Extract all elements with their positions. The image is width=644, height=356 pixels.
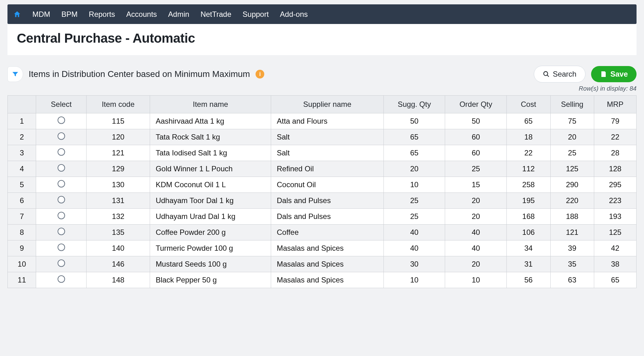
nav-item-admin[interactable]: Admin bbox=[162, 10, 195, 19]
order-qty[interactable]: 20 bbox=[445, 256, 507, 272]
item-code: 131 bbox=[87, 193, 150, 209]
mrp: 28 bbox=[594, 145, 636, 161]
sugg-qty: 65 bbox=[383, 129, 445, 145]
table-row: 10146Mustard Seeds 100 gMasalas and Spic… bbox=[8, 256, 637, 272]
order-qty[interactable]: 15 bbox=[445, 177, 507, 193]
sugg-qty: 10 bbox=[383, 272, 445, 288]
table-row: 8135Coffee Powder 200 gCoffee40401061211… bbox=[8, 225, 637, 240]
search-button[interactable]: Search bbox=[534, 66, 585, 83]
filter-button[interactable] bbox=[7, 66, 23, 82]
item-code: 129 bbox=[87, 161, 150, 177]
mrp: 65 bbox=[594, 272, 636, 288]
order-qty[interactable]: 25 bbox=[445, 161, 507, 177]
nav-item-support[interactable]: Support bbox=[237, 10, 274, 19]
selling: 35 bbox=[550, 256, 594, 272]
row-select-cell bbox=[36, 272, 87, 288]
nav-item-bpm[interactable]: BPM bbox=[56, 10, 83, 19]
order-qty[interactable]: 40 bbox=[445, 225, 507, 240]
order-qty[interactable]: 20 bbox=[445, 209, 507, 225]
row-select-radio[interactable] bbox=[58, 275, 65, 283]
table-header-row: SelectItem codeItem nameSupplier nameSug… bbox=[8, 96, 637, 113]
mrp: 125 bbox=[594, 225, 636, 240]
col-header[interactable]: Item code bbox=[87, 96, 150, 113]
row-index: 9 bbox=[8, 240, 36, 256]
nav-item-reports[interactable]: Reports bbox=[83, 10, 120, 19]
item-name: KDM Coconut Oil 1 L bbox=[150, 177, 271, 193]
col-header[interactable]: Item name bbox=[150, 96, 271, 113]
row-select-cell bbox=[36, 129, 87, 145]
order-qty[interactable]: 40 bbox=[445, 240, 507, 256]
home-icon[interactable] bbox=[13, 10, 21, 18]
row-select-radio[interactable] bbox=[58, 244, 65, 251]
order-qty[interactable]: 60 bbox=[445, 129, 507, 145]
col-header[interactable]: Order Qty bbox=[445, 96, 507, 113]
col-header[interactable]: Select bbox=[36, 96, 87, 113]
nav-item-nettrade[interactable]: NetTrade bbox=[195, 10, 237, 19]
cost: 195 bbox=[507, 193, 550, 209]
row-select-radio[interactable] bbox=[58, 196, 65, 203]
search-icon bbox=[543, 71, 550, 78]
row-index: 7 bbox=[8, 209, 36, 225]
sugg-qty: 65 bbox=[383, 145, 445, 161]
nav-item-add-ons[interactable]: Add-ons bbox=[274, 10, 313, 19]
row-select-radio[interactable] bbox=[58, 259, 65, 267]
item-name: Black Pepper 50 g bbox=[150, 272, 271, 288]
item-code: 115 bbox=[87, 113, 150, 129]
cost: 18 bbox=[507, 129, 550, 145]
selling: 188 bbox=[550, 209, 594, 225]
svg-point-0 bbox=[544, 72, 548, 76]
cost: 106 bbox=[507, 225, 550, 240]
info-icon[interactable]: i bbox=[256, 70, 264, 78]
selling: 20 bbox=[550, 129, 594, 145]
row-select-cell bbox=[36, 113, 87, 129]
save-button[interactable]: Save bbox=[591, 66, 637, 82]
table-row: 7132Udhayam Urad Dal 1 kgDals and Pulses… bbox=[8, 209, 637, 225]
selling: 63 bbox=[550, 272, 594, 288]
cost: 56 bbox=[507, 272, 550, 288]
row-index: 6 bbox=[8, 193, 36, 209]
sugg-qty: 25 bbox=[383, 209, 445, 225]
row-select-cell bbox=[36, 209, 87, 225]
sugg-qty: 25 bbox=[383, 193, 445, 209]
search-button-label: Search bbox=[553, 70, 576, 78]
mrp: 223 bbox=[594, 193, 636, 209]
order-qty[interactable]: 50 bbox=[445, 113, 507, 129]
col-header[interactable]: Cost bbox=[507, 96, 550, 113]
row-select-radio[interactable] bbox=[58, 212, 65, 219]
row-select-cell bbox=[36, 177, 87, 193]
top-nav: MDMBPMReportsAccountsAdminNetTradeSuppor… bbox=[7, 4, 637, 24]
subtitle: Items in Distribution Center based on Mi… bbox=[29, 69, 250, 79]
nav-item-accounts[interactable]: Accounts bbox=[120, 10, 162, 19]
row-select-cell bbox=[36, 161, 87, 177]
nav-item-mdm[interactable]: MDM bbox=[27, 10, 56, 19]
row-select-cell bbox=[36, 256, 87, 272]
col-header[interactable]: MRP bbox=[594, 96, 636, 113]
controls-row: Items in Distribution Center based on Mi… bbox=[7, 66, 637, 83]
col-header[interactable]: Selling bbox=[550, 96, 594, 113]
table-row: 2120Tata Rock Salt 1 kgSalt6560182022 bbox=[8, 129, 637, 145]
save-icon bbox=[600, 70, 607, 78]
row-select-radio[interactable] bbox=[58, 164, 65, 172]
col-header[interactable] bbox=[8, 96, 36, 113]
col-header[interactable]: Supplier name bbox=[271, 96, 383, 113]
item-name: Mustard Seeds 100 g bbox=[150, 256, 271, 272]
row-select-radio[interactable] bbox=[58, 132, 65, 140]
item-code: 146 bbox=[87, 256, 150, 272]
svg-line-1 bbox=[547, 75, 549, 77]
row-select-cell bbox=[36, 240, 87, 256]
supplier-name: Coffee bbox=[271, 225, 383, 240]
col-header[interactable]: Sugg. Qty bbox=[383, 96, 445, 113]
supplier-name: Salt bbox=[271, 145, 383, 161]
order-qty[interactable]: 20 bbox=[445, 193, 507, 209]
item-code: 148 bbox=[87, 272, 150, 288]
cost: 258 bbox=[507, 177, 550, 193]
order-qty[interactable]: 10 bbox=[445, 272, 507, 288]
row-select-radio[interactable] bbox=[58, 148, 65, 156]
table-row: 5130KDM Coconut Oil 1 LCoconut Oil101525… bbox=[8, 177, 637, 193]
order-qty[interactable]: 60 bbox=[445, 145, 507, 161]
row-select-radio[interactable] bbox=[58, 228, 65, 235]
row-select-radio[interactable] bbox=[58, 180, 65, 187]
supplier-name: Refined Oil bbox=[271, 161, 383, 177]
row-select-radio[interactable] bbox=[58, 116, 65, 124]
sugg-qty: 40 bbox=[383, 225, 445, 240]
